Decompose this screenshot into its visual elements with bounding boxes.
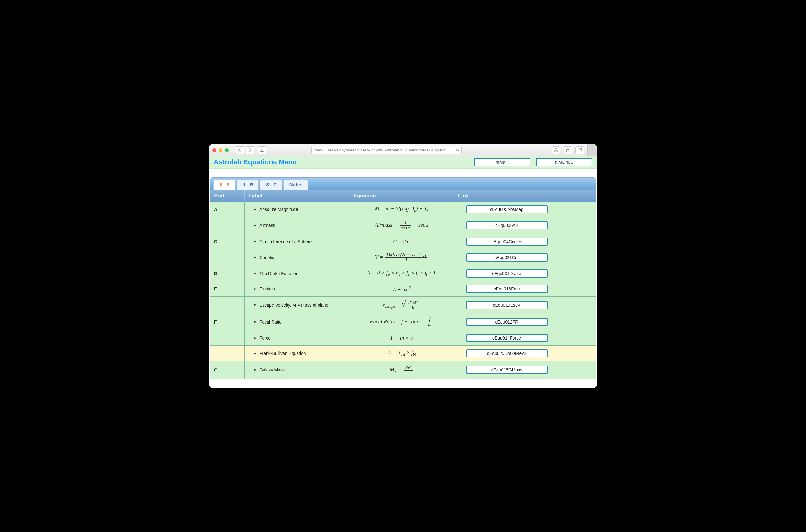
page-header: Astrolab Equations Menu mMain mMainLS	[209, 156, 597, 169]
label-cell: The Drake Equation	[245, 266, 349, 281]
page-content: Astrolab Equations Menu mMain mMainLS A …	[209, 156, 597, 388]
zoom-icon[interactable]	[225, 148, 229, 152]
downloads-button[interactable]	[552, 147, 560, 154]
label-cell: Focal Ratio	[245, 314, 349, 330]
sort-cell: D	[210, 266, 245, 281]
tab-j-r[interactable]: J - R	[237, 179, 259, 190]
header-buttons: mMain mMainLS	[474, 158, 592, 166]
link-cell: cEqu005AbsMag	[454, 202, 559, 217]
link-button[interactable]: cEqu014Force	[466, 334, 548, 342]
label-text: Galaxy Mass	[260, 367, 285, 373]
header-button-mmainls[interactable]: mMainLS	[536, 158, 592, 166]
header-button-mmain[interactable]: mMain	[474, 158, 530, 166]
minimize-icon[interactable]	[219, 148, 223, 152]
address-bar[interactable]: file:///Users/alchymylab/Sites/Alchymy/A…	[311, 146, 461, 154]
table-header: Sort Label Equation Link	[210, 190, 596, 202]
share-icon	[566, 148, 570, 152]
equation-cell: M = m − 5((log DL) − 1)	[349, 202, 454, 217]
link-button[interactable]: cEqu005AbsMag	[466, 205, 548, 213]
table-row: CCircumference of a SphereC = 2πrcEqu004…	[210, 234, 596, 249]
table-row: FFocal RatioFocal Ratio = f − ratio = fD…	[210, 314, 596, 330]
equation-cell: C = 2πr	[349, 234, 454, 249]
label-cell: Einstein	[245, 281, 349, 296]
bullet-icon	[254, 273, 256, 274]
equation-cell: F = m × a	[349, 330, 454, 345]
sort-cell	[210, 249, 245, 266]
svg-rect-4	[578, 149, 581, 152]
link-button[interactable]: cEqu025DrakeRev2	[466, 349, 548, 357]
svg-rect-0	[260, 149, 264, 151]
link-cell: cEqu001Drake	[454, 266, 559, 281]
tab-a-f[interactable]: A - F	[213, 179, 236, 190]
link-cell: cEqu006Air	[454, 217, 559, 234]
svg-rect-5	[579, 148, 582, 151]
sort-cell	[210, 297, 245, 314]
sidebar-icon	[260, 148, 264, 152]
reload-button[interactable]: ⟳	[456, 148, 459, 152]
download-icon	[554, 148, 558, 152]
forward-button[interactable]	[246, 147, 254, 154]
new-tab-button[interactable]: +	[587, 144, 597, 156]
link-button[interactable]: cEqu006Air	[466, 221, 548, 229]
link-button[interactable]: cEqu001Drake	[466, 269, 548, 278]
label-cell: Circumference of a Sphere	[245, 234, 349, 249]
col-link: Link	[454, 190, 559, 202]
back-button[interactable]	[235, 147, 244, 154]
table-row: AAbsolute MagnitudeM = m − 5((log DL) − …	[210, 202, 596, 217]
toolbar-right: +	[552, 144, 594, 156]
equation-cell: V = Dπ[cos(N) − cos(F)]T	[349, 249, 454, 266]
label-text: Escape Velocity, M = mass of planet	[260, 303, 329, 308]
bullet-icon	[254, 304, 256, 306]
table-row: GGalaxy MassMR = Rv2 cEqu015GMass	[210, 361, 596, 379]
sort-cell: E	[210, 281, 245, 296]
share-button[interactable]	[563, 147, 572, 154]
table-row: DThe Drake EquationN = R × fp × ne × fc …	[210, 266, 596, 281]
window-controls	[212, 148, 229, 152]
sort-cell: G	[210, 361, 245, 379]
link-cell: cEqu015GMass	[454, 361, 559, 379]
bullet-icon	[254, 337, 256, 339]
label-cell: Galaxy Mass	[245, 361, 349, 379]
tab-panel: A - F J - R S - Z Notes Sort Label Equat…	[210, 177, 596, 379]
table-body: AAbsolute MagnitudeM = m − 5((log DL) − …	[210, 202, 596, 379]
page-title: Astrolab Equations Menu	[214, 158, 296, 166]
equation-cell: MR = Rv2	[349, 361, 454, 379]
tabs-button[interactable]	[575, 147, 584, 154]
sidebar-toggle-button[interactable]	[257, 147, 266, 154]
nav-buttons	[235, 147, 254, 154]
label-cell: Coriolis	[245, 249, 349, 266]
table-row: EEinsteinE = mc2cEqu016Emc	[210, 281, 596, 296]
label-text: Circumference of a Sphere	[260, 239, 312, 244]
tab-bar: A - F J - R S - Z Notes	[210, 178, 596, 190]
equation-cell: Airmass = 1cos z = sec z	[349, 217, 454, 234]
link-button[interactable]: cEqu015GMass	[466, 366, 548, 374]
tabs-icon	[578, 148, 582, 152]
tab-notes[interactable]: Notes	[284, 179, 308, 190]
link-button[interactable]: cEqu012FR	[466, 318, 548, 326]
label-text: Focal Ratio	[260, 320, 282, 324]
link-cell: cEqu025DrakeRev2	[454, 346, 559, 361]
browser-window: file:///Users/alchymylab/Sites/Alchymy/A…	[209, 144, 597, 388]
link-cell: cEqu019EscV	[454, 297, 559, 314]
bullet-icon	[254, 321, 256, 323]
link-button[interactable]: cEqu016Emc	[466, 285, 548, 293]
link-cell: cEqu021Cor	[454, 249, 559, 266]
label-cell: Escape Velocity, M = mass of planet	[245, 297, 349, 314]
sort-cell: F	[210, 314, 245, 330]
col-label: Label	[245, 190, 349, 202]
url-text: file:///Users/alchymylab/Sites/Alchymy/A…	[315, 148, 445, 152]
label-cell: Force	[245, 330, 349, 345]
equation-cell: N = R × fp × ne × fc × fi × fi × L	[349, 266, 454, 281]
table-row: AirmassAirmass = 1cos z = sec zcEqu006Ai…	[210, 217, 596, 234]
col-equation: Equation	[349, 190, 454, 202]
link-button[interactable]: cEqu004Circles	[466, 238, 548, 246]
link-button[interactable]: cEqu019EscV	[466, 301, 548, 309]
table-row: Escape Velocity, M = mass of planetvesca…	[210, 296, 596, 314]
close-icon[interactable]	[212, 148, 216, 152]
bullet-icon	[254, 288, 256, 290]
tab-s-z[interactable]: S - Z	[260, 179, 282, 190]
link-cell: cEqu016Emc	[454, 281, 559, 296]
link-button[interactable]: cEqu021Cor	[466, 253, 548, 262]
titlebar: file:///Users/alchymylab/Sites/Alchymy/A…	[209, 144, 597, 156]
equation-cell: E = mc2	[349, 281, 454, 296]
